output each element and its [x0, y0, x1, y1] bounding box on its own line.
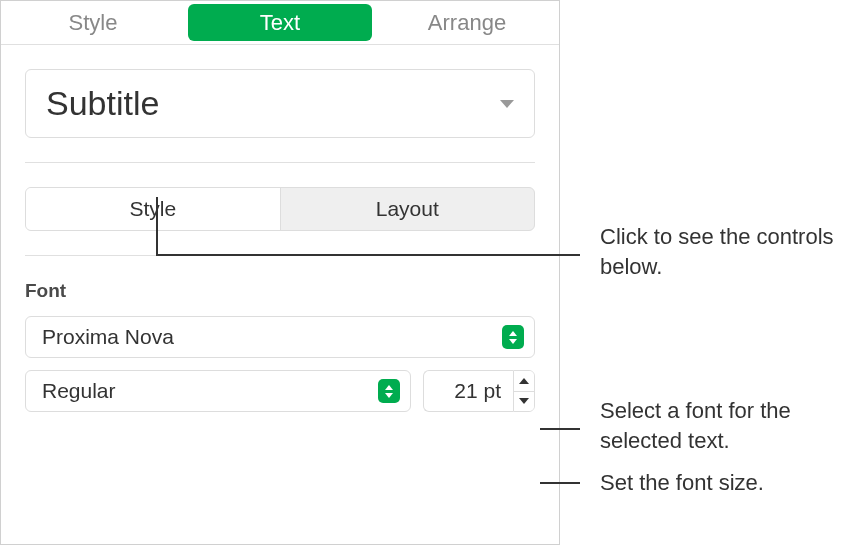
font-size-step-up[interactable]	[514, 371, 534, 392]
font-size-input[interactable]: 21 pt	[423, 370, 513, 412]
annotations-area: Click to see the controls below. Select …	[560, 0, 843, 545]
sub-tab-style[interactable]: Style	[26, 188, 281, 230]
format-inspector-panel: Style Text Arrange Subtitle Style Layout…	[0, 0, 560, 545]
font-weight-dropdown[interactable]: Regular	[25, 370, 411, 412]
font-family-dropdown[interactable]: Proxima Nova	[25, 316, 535, 358]
font-size-stepper	[513, 370, 535, 412]
sub-tab-layout[interactable]: Layout	[281, 188, 535, 230]
annotation-font-family: Select a font for the selected text.	[600, 396, 843, 455]
paragraph-style-label: Subtitle	[46, 84, 159, 123]
font-section-label: Font	[25, 280, 535, 302]
callout-line	[156, 254, 580, 256]
divider	[25, 162, 535, 163]
chevron-down-icon	[500, 100, 514, 108]
text-sub-tabs: Style Layout	[25, 187, 535, 231]
font-size-step-down[interactable]	[514, 392, 534, 412]
popup-arrows-icon	[502, 325, 524, 349]
callout-line	[540, 428, 580, 430]
callout-tick	[156, 197, 158, 255]
tab-text[interactable]: Text	[188, 4, 372, 41]
tab-arrange[interactable]: Arrange	[375, 1, 559, 44]
tab-style[interactable]: Style	[1, 1, 185, 44]
arrow-down-icon	[519, 398, 529, 404]
inspector-top-tabs: Style Text Arrange	[1, 1, 559, 45]
paragraph-style-dropdown[interactable]: Subtitle	[25, 69, 535, 138]
callout-line	[540, 482, 580, 484]
font-weight-label: Regular	[42, 379, 116, 403]
annotation-style-tab: Click to see the controls below.	[600, 222, 843, 281]
popup-arrows-icon	[378, 379, 400, 403]
annotation-font-size: Set the font size.	[600, 468, 764, 498]
font-size-control: 21 pt	[423, 370, 535, 412]
arrow-up-icon	[519, 378, 529, 384]
font-family-label: Proxima Nova	[42, 325, 174, 349]
